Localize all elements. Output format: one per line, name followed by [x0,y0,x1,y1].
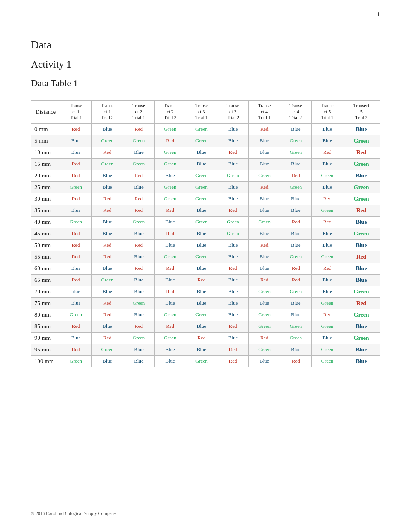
distance-cell: 20 mm [31,170,60,181]
cell-0-0: Red [60,123,92,135]
cell-17-6: Green [249,321,280,332]
cell-17-9: Blue [343,321,380,332]
cell-2-1: Red [92,147,123,158]
table-row: 20 mmRedBlueRedBlueGreenGreenGreenRedGre… [31,170,380,181]
cell-8-7: Red [280,216,312,228]
cell-5-1: Blue [92,181,123,193]
cell-9-3: Red [154,228,186,239]
table-row: 75 mmBlueRedGreenBlueBlueBlueBlueBlueGre… [31,297,380,309]
cell-3-0: Red [60,158,92,170]
distance-cell: 80 mm [31,309,60,321]
cell-15-8: Green [312,297,343,309]
table-row: 10 mmBlueRedBlueGreenBlueRedBlueGreenRed… [31,147,380,158]
cell-2-9: Red [343,147,380,158]
cell-1-4: Green [186,135,217,147]
cell-5-3: Green [154,181,186,193]
cell-7-7: Blue [280,205,312,216]
cell-4-2: Red [123,170,154,181]
cell-19-0: Red [60,344,92,355]
cell-4-9: Blue [343,170,380,181]
cell-17-4: Blue [186,321,217,332]
cell-19-8: Green [312,344,343,355]
cell-5-8: Blue [312,181,343,193]
cell-6-8: Red [312,193,343,205]
cell-0-9: Blue [343,123,380,135]
cell-11-4: Green [186,251,217,263]
cell-5-5: Blue [217,181,248,193]
col-header-2: Transect 1Trial 2 [92,101,123,124]
cell-15-3: Blue [154,297,186,309]
cell-5-6: Red [249,181,280,193]
col-header-6: Transect 3Trial 2 [217,101,248,124]
cell-10-1: Red [92,239,123,251]
cell-4-3: Blue [154,170,186,181]
cell-3-4: Blue [186,158,217,170]
cell-7-9: Red [343,205,380,216]
table-row: 40 mmGreenBlueGreenBlueGreenGreenGreenRe… [31,216,380,228]
table-row: 50 mmRedRedRedBlueBlueBlueRedBlueBlueBlu… [31,239,380,251]
cell-11-2: Blue [123,251,154,263]
cell-14-9: Green [343,286,380,297]
col-header-5: Transect 3Trial 1 [186,101,217,124]
cell-9-6: Blue [249,228,280,239]
col-header-9: Transect 5Trial 1 [312,101,343,124]
distance-cell: 70 mm [31,286,60,297]
cell-20-1: Blue [92,355,123,367]
cell-1-5: Blue [217,135,248,147]
cell-8-5: Green [217,216,248,228]
cell-15-4: Blue [186,297,217,309]
distance-cell: 5 mm [31,135,60,147]
cell-3-7: Blue [280,158,312,170]
cell-3-6: Blue [249,158,280,170]
distance-cell: 90 mm [31,332,60,344]
cell-12-1: Blue [92,263,123,274]
cell-15-0: Blue [60,297,92,309]
cell-15-9: Red [343,297,380,309]
cell-9-2: Blue [123,228,154,239]
distance-cell: 50 mm [31,239,60,251]
cell-11-6: Blue [249,251,280,263]
cell-8-4: Green [186,216,217,228]
cell-3-3: Green [154,158,186,170]
cell-17-7: Green [280,321,312,332]
cell-18-7: Green [280,332,312,344]
cell-19-7: Blue [280,344,312,355]
cell-1-0: Blue [60,135,92,147]
cell-7-4: Blue [186,205,217,216]
cell-19-9: Blue [343,344,380,355]
cell-13-8: Blue [312,274,343,286]
cell-9-0: Red [60,228,92,239]
distance-cell: 85 mm [31,321,60,332]
cell-13-0: Red [60,274,92,286]
cell-8-1: Blue [92,216,123,228]
cell-20-8: Green [312,355,343,367]
cell-3-5: Blue [217,158,248,170]
cell-16-8: Red [312,309,343,321]
table-row: 5 mmBlueGreenGreenRedGreenBlueBlueGreenB… [31,135,380,147]
cell-2-4: Blue [186,147,217,158]
activity-title: Activity 1 [31,59,380,70]
cell-12-4: Blue [186,263,217,274]
table-row: 85 mmRedBlueRedRedBlueRedGreenGreenGreen… [31,321,380,332]
cell-7-8: Green [312,205,343,216]
cell-2-7: Green [280,147,312,158]
footer: © 2016 Carolina Biological Supply Compan… [31,511,116,517]
cell-14-3: Red [154,286,186,297]
cell-7-0: Blue [60,205,92,216]
cell-16-4: Green [186,309,217,321]
cell-8-6: Green [249,216,280,228]
cell-9-1: Blue [92,228,123,239]
cell-8-8: Red [312,216,343,228]
cell-14-6: Green [249,286,280,297]
distance-cell: 0 mm [31,123,60,135]
cell-16-2: Blue [123,309,154,321]
cell-11-0: Red [60,251,92,263]
cell-8-9: Blue [343,216,380,228]
cell-14-0: blue [60,286,92,297]
distance-cell: 95 mm [31,344,60,355]
cell-15-6: Blue [249,297,280,309]
cell-6-9: Green [343,193,380,205]
cell-2-5: Red [217,147,248,158]
cell-10-4: Blue [186,239,217,251]
cell-2-2: Blue [123,147,154,158]
